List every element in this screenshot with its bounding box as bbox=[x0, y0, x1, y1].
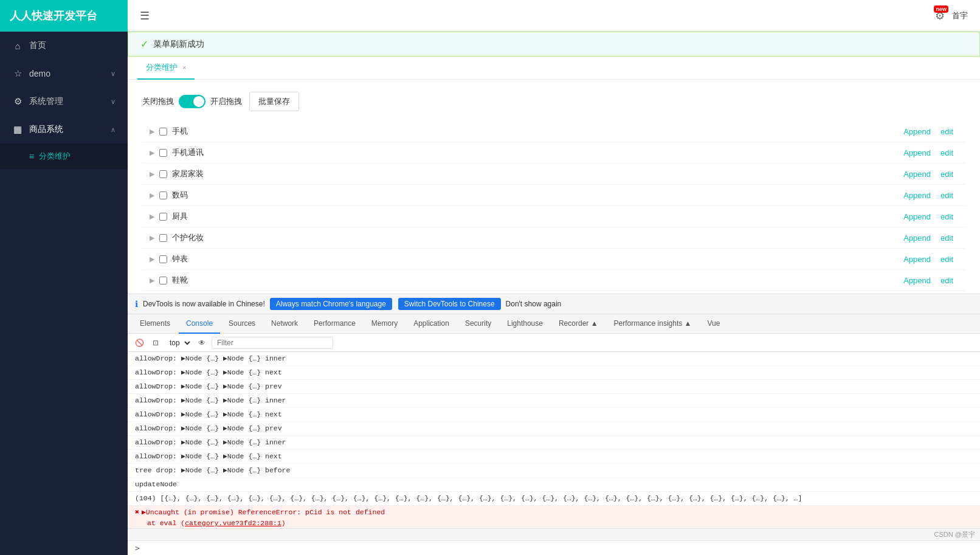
category-checkbox[interactable] bbox=[159, 191, 167, 199]
category-checkbox[interactable] bbox=[159, 149, 167, 157]
filter-toggle-button[interactable]: ⊡ bbox=[150, 337, 161, 348]
expand-arrow-icon[interactable]: ▶ bbox=[150, 277, 154, 284]
tab-category[interactable]: 分类维护 × bbox=[137, 57, 195, 80]
devtools-content: allowDrop: ▶Node {…} ▶Node {…} innerallo… bbox=[128, 352, 980, 528]
append-button[interactable]: Append bbox=[903, 127, 931, 136]
switch-chinese-button[interactable]: Switch DevTools to Chinese bbox=[398, 298, 501, 310]
expand-arrow-icon[interactable]: ▶ bbox=[150, 213, 154, 221]
append-button[interactable]: Append bbox=[903, 212, 931, 221]
notification-bar: ✓ 菜单刷新成功 bbox=[128, 32, 980, 57]
drag-toggle[interactable] bbox=[179, 95, 205, 108]
devtools-tab-console[interactable]: Console bbox=[179, 314, 220, 334]
category-checkbox[interactable] bbox=[159, 277, 167, 284]
settings-icon-button[interactable]: ⚙ new bbox=[935, 9, 945, 22]
devtools-tab-recorder-▲[interactable]: Recorder ▲ bbox=[551, 314, 606, 334]
devtools-tab-lighthouse[interactable]: Lighthouse bbox=[500, 314, 550, 334]
append-button[interactable]: Append bbox=[903, 233, 931, 243]
sidebar-category-label: 分类维护 bbox=[39, 151, 71, 162]
category-item: ▶ 家居家装 Append edit bbox=[142, 164, 965, 185]
error-link[interactable]: category.vue?3fd2:288:1 bbox=[185, 519, 281, 527]
edit-button[interactable]: edit bbox=[940, 276, 953, 285]
category-list: ▶ 手机 Append edit ▶ 手机通讯 Append edit ▶ 家居… bbox=[142, 121, 965, 294]
append-button[interactable]: Append bbox=[903, 191, 931, 200]
tab-close-button[interactable]: × bbox=[182, 64, 186, 71]
append-button[interactable]: Append bbox=[903, 170, 931, 179]
always-match-button[interactable]: Always match Chrome's language bbox=[270, 298, 392, 310]
list-icon: ≡ bbox=[29, 151, 34, 161]
devtools-banner-text: DevTools is now available in Chinese! bbox=[143, 300, 265, 308]
devtools-tab-memory[interactable]: Memory bbox=[364, 314, 405, 334]
devtools-tab-network[interactable]: Network bbox=[264, 314, 305, 334]
app: 人人快速开发平台 ⌂ 首页 ☆ demo ∨ ⚙ 系统管理 ∨ ▦ bbox=[0, 0, 980, 555]
console-line: ✖▶Uncaught (in promise) ReferenceError: … bbox=[128, 506, 980, 528]
category-checkbox[interactable] bbox=[159, 255, 167, 263]
sidebar-item-system[interactable]: ⚙ 系统管理 ∨ bbox=[0, 88, 128, 115]
dont-show-again-button[interactable]: Don't show again bbox=[506, 300, 562, 308]
sidebar-item-home[interactable]: ⌂ 首页 bbox=[0, 32, 128, 60]
category-name: 钟表 bbox=[172, 253, 899, 264]
category-item: ▶ 鞋靴 Append edit bbox=[142, 270, 965, 291]
devtools-toolbar: 🚫 ⊡ top 👁 bbox=[128, 334, 980, 352]
bottom-bar-text: CSDN @景宇 bbox=[934, 530, 975, 539]
expand-arrow-icon[interactable]: ▶ bbox=[150, 255, 154, 263]
sidebar-demo-label: demo bbox=[29, 69, 50, 78]
append-button[interactable]: Append bbox=[903, 276, 931, 285]
category-checkbox[interactable] bbox=[159, 128, 167, 136]
info-icon: ℹ bbox=[135, 299, 138, 309]
console-line: allowDrop: ▶Node {…} ▶Node {…} inner bbox=[128, 352, 980, 366]
expand-arrow-icon[interactable]: ▶ bbox=[150, 149, 154, 157]
category-name: 手机通讯 bbox=[172, 147, 899, 158]
batch-save-button[interactable]: 批量保存 bbox=[249, 92, 299, 111]
category-name: 手机 bbox=[172, 126, 899, 137]
edit-button[interactable]: edit bbox=[940, 127, 953, 136]
category-item: ▶ 手机通讯 Append edit bbox=[142, 142, 965, 164]
devtools-tab-performance-insights-▲[interactable]: Performance insights ▲ bbox=[607, 314, 699, 334]
devtools-tab-security[interactable]: Security bbox=[458, 314, 499, 334]
category-item: ▶ 手机 Append edit bbox=[142, 121, 965, 142]
append-button[interactable]: Append bbox=[903, 148, 931, 157]
category-name: 鞋靴 bbox=[172, 275, 899, 286]
sidebar-item-goods[interactable]: ▦ 商品系统 ∧ bbox=[0, 115, 128, 143]
category-checkbox[interactable] bbox=[159, 234, 167, 242]
devtools-tab-elements[interactable]: Elements bbox=[133, 314, 178, 334]
expand-arrow-icon[interactable]: ▶ bbox=[150, 191, 154, 199]
user-button[interactable]: 首宇 bbox=[952, 10, 968, 21]
category-name: 数码 bbox=[172, 190, 899, 201]
edit-button[interactable]: edit bbox=[940, 191, 953, 200]
category-checkbox[interactable] bbox=[159, 213, 167, 221]
console-line: allowDrop: ▶Node {…} ▶Node {…} prev bbox=[128, 422, 980, 436]
edit-button[interactable]: edit bbox=[940, 255, 953, 264]
context-selector[interactable]: top bbox=[165, 337, 192, 349]
append-button[interactable]: Append bbox=[903, 255, 931, 264]
header-right: ⚙ new 首宇 bbox=[935, 9, 968, 22]
devtools-tab-sources[interactable]: Sources bbox=[221, 314, 263, 334]
new-badge: new bbox=[934, 5, 948, 13]
console-line: allowDrop: ▶Node {…} ▶Node {…} next bbox=[128, 408, 980, 422]
category-name: 厨具 bbox=[172, 211, 899, 222]
toolbar: 关闭拖拽 开启拖拽 批量保存 bbox=[142, 92, 965, 111]
devtools-tab-vue[interactable]: Vue bbox=[700, 314, 727, 334]
sidebar-item-category[interactable]: ≡ 分类维护 bbox=[0, 143, 128, 169]
category-name: 个护化妆 bbox=[172, 232, 899, 243]
console-line: allowDrop: ▶Node {…} ▶Node {…} next bbox=[128, 450, 980, 464]
edit-button[interactable]: edit bbox=[940, 170, 953, 179]
error-icon: ✖ bbox=[135, 508, 139, 516]
expand-arrow-icon[interactable]: ▶ bbox=[150, 128, 154, 136]
sidebar-item-demo[interactable]: ☆ demo ∨ bbox=[0, 60, 128, 88]
console-filter-input[interactable] bbox=[212, 337, 333, 349]
sidebar: 人人快速开发平台 ⌂ 首页 ☆ demo ∨ ⚙ 系统管理 ∨ ▦ bbox=[0, 0, 128, 555]
eye-button[interactable]: 👁 bbox=[196, 337, 208, 348]
edit-button[interactable]: edit bbox=[940, 233, 953, 243]
clear-console-button[interactable]: 🚫 bbox=[133, 337, 147, 348]
expand-arrow-icon[interactable]: ▶ bbox=[150, 170, 154, 178]
hamburger-button[interactable]: ☰ bbox=[140, 9, 150, 22]
expand-arrow-icon[interactable]: ▶ bbox=[150, 234, 154, 242]
logo-text: 人人快速开发平台 bbox=[10, 9, 97, 23]
home-icon: ⌂ bbox=[12, 41, 23, 51]
edit-button[interactable]: edit bbox=[940, 148, 953, 157]
edit-button[interactable]: edit bbox=[940, 212, 953, 221]
gear-icon: ⚙ bbox=[12, 96, 23, 107]
devtools-tab-performance[interactable]: Performance bbox=[306, 314, 363, 334]
category-checkbox[interactable] bbox=[159, 170, 167, 178]
devtools-tab-application[interactable]: Application bbox=[406, 314, 457, 334]
